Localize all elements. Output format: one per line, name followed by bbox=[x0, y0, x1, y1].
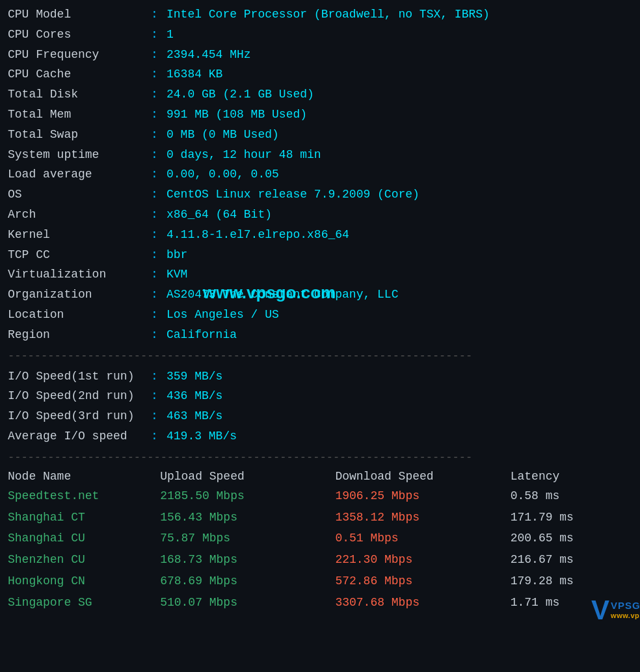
network-table-row: Shenzhen CU168.73 Mbps221.30 Mbps216.67 … bbox=[8, 549, 632, 571]
arch-row: Arch : x86_64 (64 Bit) bbox=[8, 205, 632, 224]
cpu-cores-value: 1 bbox=[167, 25, 174, 44]
cpu-freq-value: 2394.454 MHz bbox=[167, 45, 251, 64]
org-row: Organization : AS20473 The Constant Comp… bbox=[8, 285, 632, 304]
io3-value: 463 MB/s bbox=[167, 407, 222, 426]
total-disk-value: 24.0 GB (2.1 GB Used) bbox=[167, 85, 314, 104]
os-row: OS : CentOS Linux release 7.9.2009 (Core… bbox=[8, 185, 632, 204]
colon14: : bbox=[151, 265, 161, 284]
colon10: : bbox=[151, 185, 161, 204]
tcp-value: bbr bbox=[167, 246, 187, 265]
kernel-row: Kernel : 4.11.8-1.el7.elrepo.x86_64 bbox=[8, 226, 632, 244]
virt-label: Virtualization bbox=[8, 265, 151, 284]
org-value: AS20473 The Constant Company, LLC bbox=[167, 285, 398, 304]
location-value: Los Angeles / US bbox=[167, 305, 279, 324]
load-row: Load average : 0.00, 0.00, 0.05 bbox=[8, 165, 632, 184]
uptime-label: System uptime bbox=[8, 146, 151, 164]
load-value: 0.00, 0.00, 0.05 bbox=[167, 165, 279, 184]
network-upload: 2185.50 Mbps bbox=[160, 485, 335, 507]
io1-label: I/O Speed(1st run) bbox=[8, 367, 151, 386]
colon7: : bbox=[151, 125, 161, 144]
load-label: Load average bbox=[8, 165, 151, 184]
avg-io-label: Average I/O speed bbox=[8, 427, 151, 446]
virt-value: KVM bbox=[167, 265, 187, 284]
colon2: : bbox=[151, 25, 161, 44]
io2-value: 436 MB/s bbox=[167, 387, 222, 406]
kernel-label: Kernel bbox=[8, 226, 151, 244]
network-table-row: Shanghai CT156.43 Mbps1358.12 Mbps171.79… bbox=[8, 507, 632, 528]
network-download: 0.51 Mbps bbox=[335, 528, 510, 549]
arch-value: x86_64 (64 Bit) bbox=[167, 205, 272, 224]
colon15: : bbox=[151, 285, 161, 304]
network-table-row: Speedtest.net2185.50 Mbps1906.25 Mbps0.5… bbox=[8, 485, 632, 507]
colon3: : bbox=[151, 45, 161, 64]
network-table-row: Singapore SG510.07 Mbps3307.68 Mbps1.71 … bbox=[8, 592, 632, 614]
colon: : bbox=[151, 5, 161, 24]
network-node-name: Speedtest.net bbox=[8, 485, 160, 507]
network-upload: 75.87 Mbps bbox=[160, 528, 335, 549]
region-label: Region bbox=[8, 326, 151, 344]
avg-io-value: 419.3 MB/s bbox=[167, 427, 237, 446]
total-disk-label: Total Disk bbox=[8, 85, 151, 104]
region-value: California bbox=[167, 326, 237, 344]
total-mem-row: Total Mem : 991 MB (108 MB Used) bbox=[8, 105, 632, 124]
colon19: : bbox=[151, 387, 161, 406]
separator-1: ----------------------------------------… bbox=[8, 350, 632, 362]
os-label: OS bbox=[8, 185, 151, 204]
cpu-cores-label: CPU Cores bbox=[8, 25, 151, 44]
total-swap-value: 0 MB (0 MB Used) bbox=[167, 125, 279, 144]
network-node-name: Shanghai CT bbox=[8, 507, 160, 528]
os-value: CentOS Linux release 7.9.2009 (Core) bbox=[167, 185, 420, 204]
colon12: : bbox=[151, 226, 161, 244]
terminal-output: CPU Model : Intel Core Processor (Broadw… bbox=[8, 5, 632, 614]
org-label: Organization bbox=[8, 285, 151, 304]
network-latency: 171.79 ms bbox=[511, 507, 632, 528]
colon21: : bbox=[151, 427, 161, 446]
network-upload: 678.69 Mbps bbox=[160, 571, 335, 592]
virt-row: Virtualization : KVM bbox=[8, 265, 632, 284]
network-table-row: Hongkong CN678.69 Mbps572.86 Mbps179.28 … bbox=[8, 571, 632, 592]
network-node-name: Shenzhen CU bbox=[8, 549, 160, 571]
network-download: 221.30 Mbps bbox=[335, 549, 510, 571]
colon18: : bbox=[151, 367, 161, 386]
region-row: Region : California bbox=[8, 326, 632, 344]
total-swap-label: Total Swap bbox=[8, 125, 151, 144]
kernel-value: 4.11.8-1.el7.elrepo.x86_64 bbox=[167, 226, 349, 244]
cpu-cache-value: 16384 KB bbox=[167, 65, 222, 84]
header-download: Download Speed bbox=[335, 469, 510, 485]
network-node-name: Shanghai CU bbox=[8, 528, 160, 549]
arch-label: Arch bbox=[8, 205, 151, 224]
io1-row: I/O Speed(1st run) : 359 MB/s bbox=[8, 367, 632, 386]
total-mem-value: 991 MB (108 MB Used) bbox=[167, 105, 307, 124]
colon13: : bbox=[151, 246, 161, 265]
network-latency: 200.65 ms bbox=[511, 528, 632, 549]
network-upload: 156.43 Mbps bbox=[160, 507, 335, 528]
total-mem-label: Total Mem bbox=[8, 105, 151, 124]
uptime-row: System uptime : 0 days, 12 hour 48 min bbox=[8, 146, 632, 164]
io2-label: I/O Speed(2nd run) bbox=[8, 387, 151, 406]
network-upload: 168.73 Mbps bbox=[160, 549, 335, 571]
io2-row: I/O Speed(2nd run) : 436 MB/s bbox=[8, 387, 632, 406]
tcp-label: TCP CC bbox=[8, 246, 151, 265]
network-latency: 0.58 ms bbox=[511, 485, 632, 507]
colon8: : bbox=[151, 146, 161, 164]
network-download: 1358.12 Mbps bbox=[335, 507, 510, 528]
total-swap-row: Total Swap : 0 MB (0 MB Used) bbox=[8, 125, 632, 144]
location-row: Location : Los Angeles / US bbox=[8, 305, 632, 324]
colon9: : bbox=[151, 165, 161, 184]
network-node-name: Hongkong CN bbox=[8, 571, 160, 592]
tcp-row: TCP CC : bbr bbox=[8, 246, 632, 265]
colon4: : bbox=[151, 65, 161, 84]
uptime-value: 0 days, 12 hour 48 min bbox=[167, 146, 321, 164]
network-latency: 216.67 ms bbox=[511, 549, 632, 571]
cpu-freq-label: CPU Frequency bbox=[8, 45, 151, 64]
network-latency: 1.71 ms V VPSGO www.vpsgo.com bbox=[511, 592, 632, 614]
network-upload: 510.07 Mbps bbox=[160, 592, 335, 614]
header-node: Node Name bbox=[8, 469, 160, 485]
location-label: Location bbox=[8, 305, 151, 324]
network-table-header: Node Name Upload Speed Download Speed La… bbox=[8, 469, 632, 485]
header-upload: Upload Speed bbox=[160, 469, 335, 485]
network-node-name: Singapore SG bbox=[8, 592, 160, 614]
io3-row: I/O Speed(3rd run) : 463 MB/s bbox=[8, 407, 632, 426]
avg-io-row: Average I/O speed : 419.3 MB/s bbox=[8, 427, 632, 446]
network-download: 572.86 Mbps bbox=[335, 571, 510, 592]
